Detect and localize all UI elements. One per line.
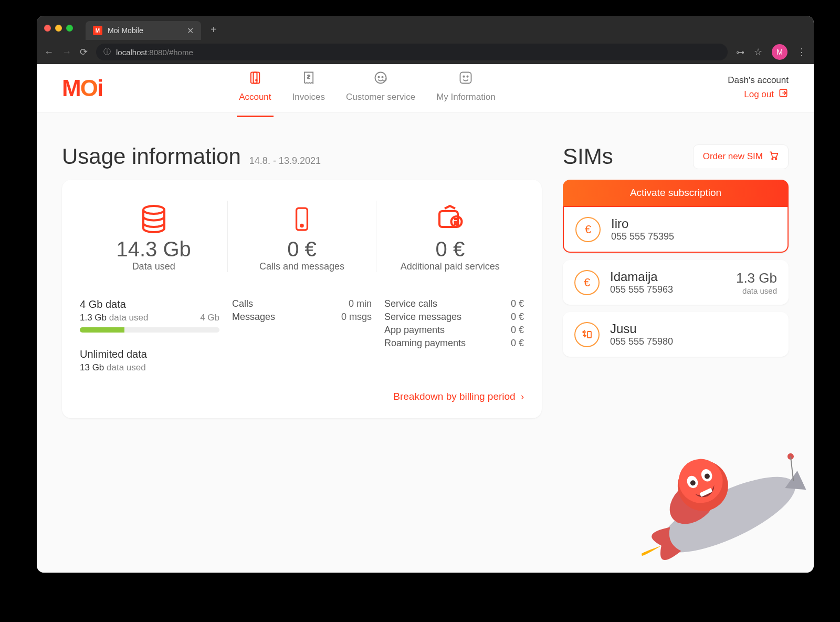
sim-phone: 055 555 75395 [611,231,776,242]
nav-label: Invoices [292,92,325,102]
services-column: Service calls0 € Service messages0 € App… [384,298,524,373]
sim-name: Iiro [611,216,776,231]
svg-point-5 [382,77,383,78]
calls-column: Calls0 min Messages0 msgs [232,298,372,373]
sim-data-value: 1.3 Gb [736,270,777,286]
tab-title: Moi Mobile [108,26,143,35]
euro-icon: € [575,217,601,242]
back-button[interactable]: ← [44,47,54,58]
activate-subscription-button[interactable]: Activate subscription [563,180,789,206]
sim-phone: 055 555 75980 [610,336,777,347]
nav-tab-account[interactable]: Account [239,70,271,106]
usage-services-label: Additional paid services [376,261,524,272]
euro-icon: € [574,270,600,295]
wallet-icon [376,201,524,237]
sim-name: Jusu [610,322,777,336]
logout-link[interactable]: Log out [728,88,789,101]
detail-row: Roaming payments0 € [384,338,524,349]
svg-point-7 [464,76,465,77]
sim-transfer-icon [574,322,600,347]
account-name: Dash's account [728,75,789,86]
logout-icon [778,88,789,101]
progress-bar [80,327,219,333]
svg-rect-17 [587,331,591,338]
svg-rect-6 [460,72,471,84]
browser-tab-bar: M Moi Mobile ✕ + [37,16,814,40]
detail-row: Service messages0 € [384,312,524,323]
order-sim-button[interactable]: Order new SIM [693,144,789,169]
account-icon [248,70,262,89]
chevron-right-icon: › [521,391,524,402]
svg-point-16 [775,158,777,160]
svg-point-23 [671,452,730,511]
plan-name: Unlimited data [80,348,219,360]
app-header: MOi Account Invoices Customer service My… [37,64,814,112]
forward-button[interactable]: → [62,47,71,58]
usage-calls: 0 € Calls and messages [227,201,375,272]
breakdown-link[interactable]: Breakdown by billing period › [80,391,524,402]
sims-title: SIMs [563,144,613,169]
sim-card[interactable]: € Iiro 055 555 75395 [563,206,789,253]
sim-card[interactable]: € Idamaija 055 555 75963 1.3 Gb data use… [563,260,789,305]
usage-calls-value: 0 € [228,237,375,261]
nav-tab-customer-service[interactable]: Customer service [346,70,415,106]
profile-avatar[interactable]: M [772,44,788,60]
window-minimize[interactable] [55,25,62,32]
usage-title: Usage information 14.8. - 13.9.2021 [62,144,542,169]
usage-data-value: 14.3 Gb [80,237,227,261]
svg-point-2 [256,80,257,81]
sim-name: Idamaija [610,269,726,284]
svg-point-4 [378,77,379,78]
url-text: localhost:8080/#home [116,48,193,57]
detail-row: Messages0 msgs [232,312,372,323]
logo[interactable]: MOi [62,75,102,101]
window-close[interactable] [44,25,51,32]
password-key-icon[interactable]: ⊶ [736,47,744,57]
address-bar[interactable]: ⓘ localhost:8080/#home [96,44,728,60]
svg-rect-1 [253,72,259,84]
headset-icon [373,70,388,89]
window-maximize[interactable] [66,25,73,32]
svg-point-19 [661,471,725,533]
browser-tab[interactable]: M Moi Mobile ✕ [86,21,201,40]
svg-point-27 [704,473,710,480]
sim-phone: 055 555 75963 [610,284,726,295]
svg-point-25 [699,468,714,483]
svg-point-18 [652,462,805,567]
usage-data: 14.3 Gb Data used [80,201,227,272]
reload-button[interactable]: ⟳ [80,46,88,58]
invoice-icon [301,70,316,89]
favicon: M [93,26,102,35]
face-icon [458,70,473,89]
sim-data-label: data used [736,286,777,295]
svg-point-26 [689,480,696,486]
svg-rect-0 [251,72,257,84]
svg-point-10 [143,206,164,214]
browser-menu-icon[interactable]: ⋮ [797,46,806,58]
nav-tab-my-information[interactable]: My Information [436,70,495,106]
sim-card[interactable]: Jusu 055 555 75980 [563,312,789,357]
close-tab-icon[interactable]: ✕ [187,26,194,36]
nav-tab-invoices[interactable]: Invoices [292,70,325,106]
plans-column: 4 Gb data 1.3 Gb data used 4 Gb Unlimite… [80,298,219,373]
detail-row: Service calls0 € [384,298,524,309]
svg-point-8 [467,76,468,77]
detail-row: App payments0 € [384,325,524,336]
bookmark-star-icon[interactable]: ☆ [754,46,762,58]
new-tab-button[interactable]: + [211,24,217,36]
plan-name: 4 Gb data [80,298,219,310]
plan-item: Unlimited data 13 Gb data used [80,348,219,373]
usage-calls-label: Calls and messages [228,261,375,272]
usage-data-label: Data used [80,261,227,272]
browser-toolbar: ← → ⟳ ⓘ localhost:8080/#home ⊶ ☆ M ⋮ [37,40,814,64]
usage-services-value: 0 € [376,237,524,261]
database-icon [80,201,227,237]
svg-point-3 [375,72,386,84]
svg-line-21 [783,457,801,481]
svg-rect-28 [699,488,712,497]
nav-label: My Information [436,92,495,102]
usage-card: 14.3 Gb Data used 0 € Calls and messages… [62,180,542,418]
site-info-icon[interactable]: ⓘ [103,47,111,57]
usage-period: 14.8. - 13.9.2021 [249,156,321,167]
svg-point-22 [669,452,737,520]
